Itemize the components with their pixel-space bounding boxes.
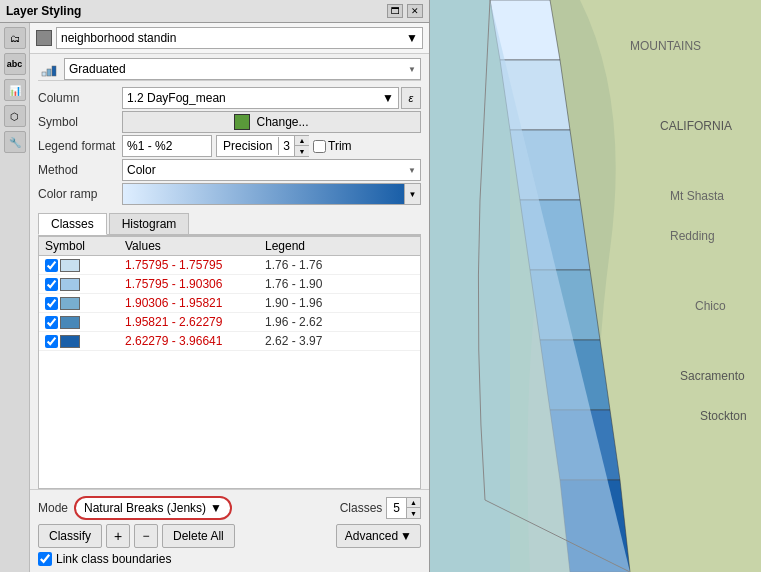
bottom-controls: Mode Natural Breaks (Jenks) ▼ Classes 5 … [30,489,429,572]
method-row: Method Color ▼ [38,159,421,181]
class-checkbox-2[interactable] [45,297,58,310]
renderer-arrow: ▼ [408,65,416,74]
symbol-color-box [234,114,250,130]
class-checkbox-1[interactable] [45,278,58,291]
class-legend-1: 1.76 - 1.90 [259,275,420,294]
diagrams-icon[interactable]: 📊 [4,79,26,101]
precision-down[interactable]: ▼ [295,146,309,156]
map-background: MOUNTAINS CALIFORNIA Mt Shasta Redding C… [430,0,761,572]
column-select[interactable]: 1.2 DayFog_mean ▼ [122,87,399,109]
col-legend: Legend [259,237,420,256]
table-row: 1.90306 - 1.95821 1.90 - 1.96 [39,294,420,313]
link-checkbox[interactable] [38,552,52,566]
svg-text:Sacramento: Sacramento [680,369,745,383]
class-legend-3: 1.96 - 2.62 [259,313,420,332]
classes-down[interactable]: ▼ [406,508,420,518]
classes-right: Classes 5 ▲ ▼ [340,497,421,519]
class-values-3: 1.95821 - 2.62279 [119,313,259,332]
map-area: MOUNTAINS CALIFORNIA Mt Shasta Redding C… [430,0,761,572]
link-row: Link class boundaries [38,552,421,566]
symbol-row: Symbol Change... [38,111,421,133]
class-values-4: 2.62279 - 3.96641 [119,332,259,351]
svg-rect-2 [52,66,56,76]
renderer-select[interactable]: Graduated ▼ [64,58,421,80]
symbol-label: Symbol [38,115,118,129]
classes-label-text: Classes [340,501,383,515]
color-ramp-row: Color ramp ▼ [38,183,421,205]
tab-histogram[interactable]: Histogram [109,213,190,234]
mode-value: Natural Breaks (Jenks) [84,501,206,515]
class-legend-4: 2.62 - 3.97 [259,332,420,351]
svg-rect-0 [42,72,46,76]
class-values-1: 1.75795 - 1.90306 [119,275,259,294]
remove-class-button[interactable]: − [134,524,158,548]
class-checkbox-3[interactable] [45,316,58,329]
layer-dropdown[interactable]: neighborhood standin ▼ [56,27,423,49]
symbol-preview: Change... [122,111,421,133]
action-row: Classify + − Delete All Advanced ▼ [38,524,421,548]
legend-format-row: Legend format Precision 3 ▲ ▼ [38,135,421,157]
restore-button[interactable]: 🗖 [387,4,403,18]
mode-arrow: ▼ [210,501,222,515]
window-controls: 🗖 ✕ [387,4,423,18]
3d-icon[interactable]: ⬡ [4,105,26,127]
table-row: 1.75795 - 1.75795 1.76 - 1.76 [39,256,420,275]
precision-up[interactable]: ▲ [295,136,309,146]
table-row: 1.75795 - 1.90306 1.76 - 1.90 [39,275,420,294]
trim-text: Trim [328,139,352,153]
precision-value: 3 [278,137,294,155]
column-arrow: ▼ [382,91,394,105]
color-ramp-preview [122,183,405,205]
legend-format-input[interactable] [122,135,212,157]
tabs-row: Classes Histogram [38,213,421,236]
class-color-box-3 [60,316,80,329]
svg-text:CALIFORNIA: CALIFORNIA [660,119,732,133]
mode-label-text: Mode [38,501,68,515]
svg-text:MOUNTAINS: MOUNTAINS [630,39,701,53]
color-ramp-label: Color ramp [38,187,118,201]
settings-icon[interactable]: 🔧 [4,131,26,153]
trim-checkbox[interactable] [313,140,326,153]
class-color-box-0 [60,259,80,272]
column-row: Column 1.2 DayFog_mean ▼ ε [38,87,421,109]
svg-text:Stockton: Stockton [700,409,747,423]
delete-all-button[interactable]: Delete All [162,524,235,548]
class-values-2: 1.90306 - 1.95821 [119,294,259,313]
add-class-button[interactable]: + [106,524,130,548]
tab-classes[interactable]: Classes [38,213,107,235]
method-arrow: ▼ [408,166,416,175]
change-symbol-button[interactable]: Change... [256,115,308,129]
svg-rect-1 [47,69,51,76]
labels-icon[interactable]: abc [4,53,26,75]
class-checkbox-4[interactable] [45,335,58,348]
advanced-button[interactable]: Advanced ▼ [336,524,421,548]
class-legend-2: 1.90 - 1.96 [259,294,420,313]
col-values: Values [119,237,259,256]
mode-row: Mode Natural Breaks (Jenks) ▼ Classes 5 … [38,496,421,520]
method-select[interactable]: Color ▼ [122,159,421,181]
close-button[interactable]: ✕ [407,4,423,18]
classes-value: 5 [387,499,406,517]
column-label: Column [38,91,118,105]
class-legend-0: 1.76 - 1.76 [259,256,420,275]
left-toolbar: 🗂 abc 📊 ⬡ 🔧 [0,23,30,572]
class-values-0: 1.75795 - 1.75795 [119,256,259,275]
precision-box: Precision 3 ▲ ▼ [216,135,309,157]
classes-spin-buttons: ▲ ▼ [406,498,420,518]
legend-format-label: Legend format [38,139,118,153]
window-title: Layer Styling [6,4,81,18]
method-value: Color [127,163,156,177]
class-checkbox-0[interactable] [45,259,58,272]
svg-text:Chico: Chico [695,299,726,313]
epsilon-button[interactable]: ε [401,87,421,109]
color-ramp-dropdown-arrow[interactable]: ▼ [405,183,421,205]
classify-button[interactable]: Classify [38,524,102,548]
mode-select[interactable]: Natural Breaks (Jenks) ▼ [74,496,232,520]
classes-up[interactable]: ▲ [406,498,420,508]
classes-table-container: Symbol Values Legend 1.75795 - 1.75795 1… [38,236,421,489]
layers-icon[interactable]: 🗂 [4,27,26,49]
svg-text:Redding: Redding [670,229,715,243]
col-symbol: Symbol [39,237,119,256]
layer-header: neighborhood standin ▼ [30,23,429,54]
precision-spinner: ▲ ▼ [294,136,308,156]
